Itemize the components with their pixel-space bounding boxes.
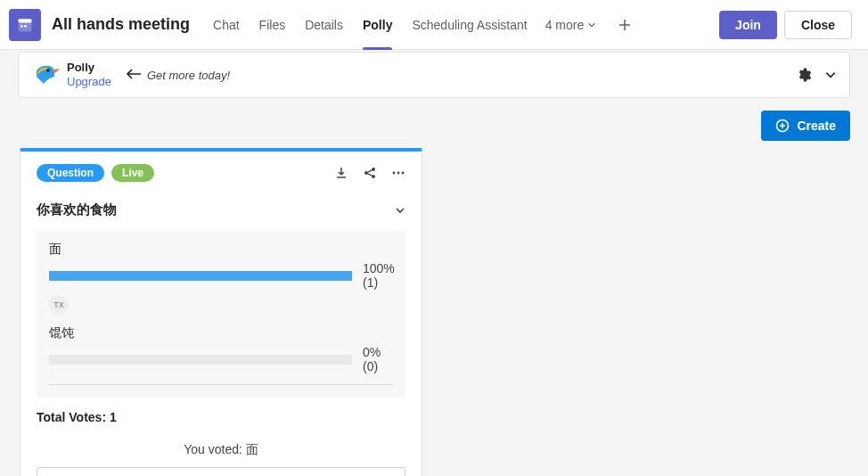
close-button[interactable]: Close [784,11,852,39]
more-icon[interactable] [391,166,405,180]
poll-option-bar-row: 0% (0) [49,345,393,373]
svg-point-10 [397,172,400,175]
poll-title: 你喜欢的食物 [37,201,117,218]
poll-option: 面 100% (1) TX [49,242,393,315]
svg-point-7 [372,168,375,171]
polly-header-bar: Polly Upgrade Get more today! [18,52,850,98]
calendar-app-icon [9,9,41,41]
polly-logo-icon [31,61,60,89]
poll-card-actions [334,166,405,180]
tab-strip: Chat Files Details Polly Scheduling Assi… [204,0,536,50]
svg-point-6 [364,171,368,175]
poll-card-header: Question Live [37,164,405,182]
svg-point-11 [402,172,405,175]
chevron-down-icon[interactable] [824,69,837,81]
tab-scheduling-assistant[interactable]: Scheduling Assistant [403,0,536,50]
poll-option-label: 面 [49,242,393,258]
create-row: Create [0,98,868,148]
more-tabs-dropdown[interactable]: 4 more [545,18,597,32]
polly-actions [796,67,837,83]
result-details-button[interactable]: Result Details [37,467,405,476]
divider [49,384,393,385]
pill-live: Live [111,164,154,182]
upgrade-link[interactable]: Upgrade [67,75,111,89]
polly-promo-text: Get more today! [147,69,230,82]
poll-card: Question Live 你喜欢的食物 面 100% (1) TX 馄饨 [20,148,422,476]
join-button[interactable]: Join [719,11,777,39]
poll-title-row[interactable]: 你喜欢的食物 [37,201,405,218]
create-button[interactable]: Create [761,111,850,141]
tab-details[interactable]: Details [296,0,352,50]
back-arrow-icon[interactable] [126,68,142,82]
svg-rect-1 [19,19,32,22]
meeting-header: All hands meeting Chat Files Details Pol… [0,0,868,50]
voter-avatar[interactable]: TX [49,295,69,315]
poll-option-bar-row: 100% (1) [49,261,393,290]
chevron-down-icon [587,21,596,29]
create-label: Create [797,119,836,133]
chevron-down-icon [395,205,405,216]
poll-option-bar-track [49,271,352,281]
you-voted-text: You voted: 面 [37,442,405,458]
svg-point-8 [372,175,375,178]
svg-point-9 [393,172,396,175]
share-icon[interactable] [363,166,377,180]
tab-polly[interactable]: Polly [354,0,401,50]
poll-option: 馄饨 0% (0) [49,325,393,373]
plus-icon [618,18,632,32]
total-votes: Total Votes: 1 [37,410,405,424]
svg-rect-2 [20,25,23,28]
polly-title-block: Polly Upgrade [67,61,111,88]
tab-chat[interactable]: Chat [204,0,249,50]
tab-files[interactable]: Files [250,0,295,50]
download-icon[interactable] [334,166,348,180]
plus-circle-icon [775,119,790,133]
add-tab-button[interactable] [610,11,639,39]
pill-question: Question [37,164,104,182]
meeting-title: All hands meeting [52,15,190,34]
poll-option-bar-fill [49,271,352,281]
svg-point-4 [46,69,50,72]
poll-option-value: 100% (1) [363,261,395,290]
polly-name: Polly [67,61,111,75]
poll-option-bar-track [49,355,352,365]
poll-option-label: 馄饨 [49,325,393,341]
poll-option-value: 0% (0) [363,345,393,373]
gear-icon[interactable] [796,67,812,83]
svg-rect-3 [24,25,27,28]
more-tabs-label: 4 more [545,18,585,32]
poll-body: 面 100% (1) TX 馄饨 0% (0) [37,231,405,398]
